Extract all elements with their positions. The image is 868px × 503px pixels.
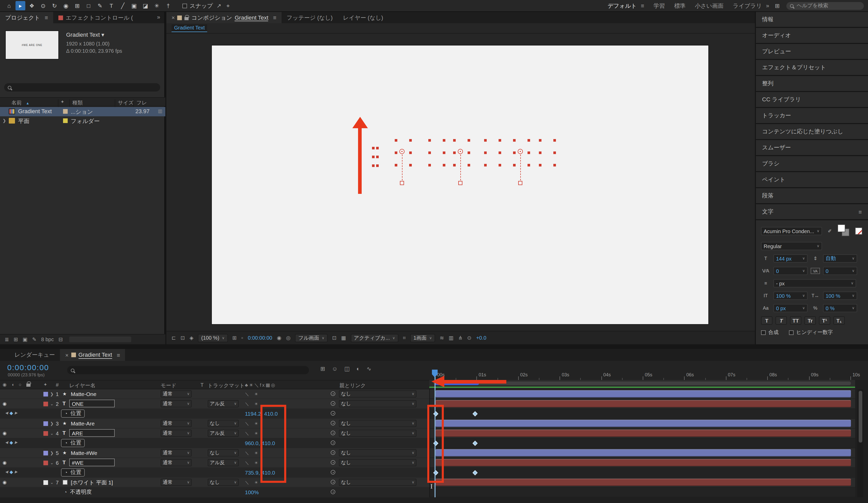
magnification-select[interactable]: (100 %)∨ — [198, 334, 228, 342]
graph-editor-icon[interactable]: ∿ — [366, 366, 371, 372]
layer-switches[interactable]: ＼ ☀ — [245, 401, 260, 407]
workspace-tab-標準[interactable]: 標準 — [674, 2, 685, 10]
project-row[interactable]: Gradient Text...ション23.97▥ — [0, 107, 165, 116]
text-style-button[interactable]: T — [776, 316, 787, 325]
font-style-select[interactable]: Regular∨ — [761, 242, 822, 250]
layer-switches[interactable]: ＼ ☀ — [245, 421, 260, 427]
property-name[interactable]: 位置 — [71, 469, 81, 476]
current-time-display[interactable]: 0:00:00:00 — [7, 363, 49, 372]
panel-header-ブラシ[interactable]: ブラシ — [756, 156, 868, 171]
pen-tool-icon[interactable]: ✎ — [95, 1, 105, 10]
pick-whip-icon[interactable] — [331, 450, 335, 455]
panel-header-段落[interactable]: 段落 — [756, 188, 868, 203]
workspace-menu-icon[interactable]: ≡ — [641, 3, 644, 9]
layer-name[interactable]: #WE — [69, 459, 115, 466]
ligatures-checkbox[interactable]: 合成 — [761, 329, 778, 336]
pick-whip-icon[interactable] — [331, 421, 335, 425]
eraser-tool-icon[interactable]: ◪ — [141, 1, 150, 10]
workspace-grid-icon[interactable]: ⊞ — [774, 2, 781, 9]
close-icon[interactable]: × — [172, 14, 175, 21]
parent-select[interactable]: なし∨ — [339, 459, 416, 466]
mode-column[interactable]: モード — [161, 382, 176, 389]
new-folder-icon[interactable]: ⊞ — [14, 337, 18, 342]
grid-guides-icon[interactable]: ⊞ — [232, 335, 237, 341]
lock-icon[interactable] — [26, 383, 30, 387]
keyframe-navigator[interactable]: ◀◆▶ — [5, 469, 17, 474]
mode-select[interactable]: 通常∨ — [161, 449, 192, 456]
snap-toggle[interactable]: スナップ — [183, 2, 213, 10]
property-name[interactable]: 位置 — [71, 410, 81, 417]
pick-whip-icon[interactable] — [331, 480, 335, 484]
flowchart-icon[interactable]: ⋔ — [458, 335, 463, 341]
track-matte-select[interactable]: アル反∨ — [208, 459, 239, 466]
rotation-tool-icon[interactable]: ↻ — [50, 1, 59, 10]
exposure-value[interactable]: +0.0 — [476, 335, 486, 341]
clone-stamp-tool-icon[interactable]: ▣ — [129, 1, 139, 10]
label-color-chip[interactable] — [43, 392, 48, 397]
label-color-chip[interactable] — [43, 480, 48, 485]
new-composition-icon[interactable]: ▣ — [23, 337, 28, 342]
unified-camera-tool-icon[interactable]: ◉ — [61, 1, 71, 10]
roi-icon[interactable]: ⊡ — [332, 335, 337, 341]
resolution-select[interactable]: フル画面∨ — [295, 334, 328, 342]
motion-blur-icon[interactable]: ◐ — [356, 366, 360, 372]
tab-overflow-icon[interactable]: » — [157, 12, 164, 23]
selection-tool-icon[interactable]: ▸ — [16, 1, 25, 10]
layer-row[interactable]: ◉⌄2TONE通常∨アル反∨＼ ☀なし∨ — [0, 399, 429, 409]
layer-row[interactable]: ◉⌄6T#WE通常∨アル反∨＼ ☀なし∨ — [0, 458, 429, 468]
hand-tool-icon[interactable]: ❖ — [27, 1, 37, 10]
layer-name[interactable]: ARE — [69, 429, 115, 437]
project-row[interactable]: ❯平面フォルダー — [0, 116, 165, 126]
comp-current-time[interactable]: 0:00:00:00 — [248, 335, 272, 341]
scrollbar-thumb[interactable] — [858, 391, 862, 442]
layer-name[interactable]: [ホワイト 平面 1] — [71, 479, 113, 486]
layer-duration-bar[interactable] — [435, 449, 851, 456]
layer-row[interactable]: ❯1★Matte-One通常∨＼ ☀なし∨ — [0, 389, 429, 399]
pixel-aspect-icon[interactable]: ⌗ — [403, 335, 406, 341]
panel-header-オーディオ[interactable]: オーディオ — [756, 28, 868, 43]
previous-keyframe-icon[interactable]: ◀ — [5, 440, 8, 444]
fill-color-swatch[interactable] — [838, 224, 852, 238]
layer-switches[interactable]: ＼ ☀ — [245, 431, 260, 436]
workspace-overflow[interactable]: » — [766, 3, 769, 9]
zoom-tool-icon[interactable]: ⊙ — [38, 1, 48, 10]
track-matte-column[interactable]: トラックマット — [208, 382, 245, 389]
timeline-search-field[interactable] — [67, 366, 309, 374]
target-icon[interactable]: ⌖ — [225, 2, 231, 9]
preserve-transparency-column[interactable]: T — [200, 382, 204, 388]
audio-icon[interactable]: ◖ — [11, 382, 14, 387]
layer-switches[interactable]: ＼ ☀ — [245, 480, 260, 485]
panel-header-整列[interactable]: 整列 — [756, 76, 868, 91]
panel-header-情報[interactable]: 情報 — [756, 12, 868, 27]
parent-link-column[interactable]: 親とリンク — [340, 382, 366, 389]
text-style-button[interactable]: Tr — [805, 316, 816, 325]
solo-icon[interactable]: ○ — [19, 382, 22, 387]
parent-select[interactable]: なし∨ — [339, 420, 416, 427]
tab-comp-timeline[interactable]: × Gradient Text ≡ — [60, 349, 125, 361]
color-depth-button[interactable]: 8 bpc — [41, 337, 54, 342]
text-style-button[interactable]: T₁ — [834, 316, 845, 325]
parent-select[interactable]: なし∨ — [339, 390, 416, 398]
snap-checkbox[interactable] — [183, 3, 187, 8]
layer-name[interactable]: Matte-Are — [71, 420, 94, 427]
pick-whip-icon[interactable] — [331, 470, 335, 474]
panel-menu-icon[interactable]: ≡ — [117, 352, 120, 358]
panel-header-コンテンツに応じた塗りつぶし[interactable]: コンテンツに応じた塗りつぶし — [756, 124, 868, 139]
next-keyframe-icon[interactable]: ▶ — [15, 411, 18, 415]
switches-column-icons[interactable]: ♣☀＼fx▦◎ — [245, 382, 276, 389]
timeline-scrollbar[interactable] — [857, 389, 863, 497]
stopwatch-icon[interactable]: ◔ — [65, 411, 68, 416]
label-color-chip[interactable] — [43, 402, 48, 406]
exposure-icon[interactable]: ⊙ — [467, 335, 472, 341]
channels-icon[interactable]: ◈ — [189, 335, 194, 341]
mask-visibility-icon[interactable]: ▫ — [241, 335, 243, 341]
home-icon[interactable]: ⌂ — [4, 1, 14, 10]
layer-name[interactable]: ONE — [69, 400, 115, 407]
show-snapshot-icon[interactable]: ◎ — [286, 335, 290, 341]
twirl-icon[interactable]: ❯ — [3, 119, 6, 123]
panel-header-トラッカー[interactable]: トラッカー — [756, 108, 868, 123]
font-size-select[interactable]: 144 px∨ — [774, 254, 807, 263]
font-family-select[interactable]: Acumin Pro Conden...∨ — [761, 227, 822, 235]
twirl-icon[interactable]: ❯ — [50, 421, 53, 426]
vertical-scale-select[interactable]: 100 %∨ — [774, 291, 807, 300]
